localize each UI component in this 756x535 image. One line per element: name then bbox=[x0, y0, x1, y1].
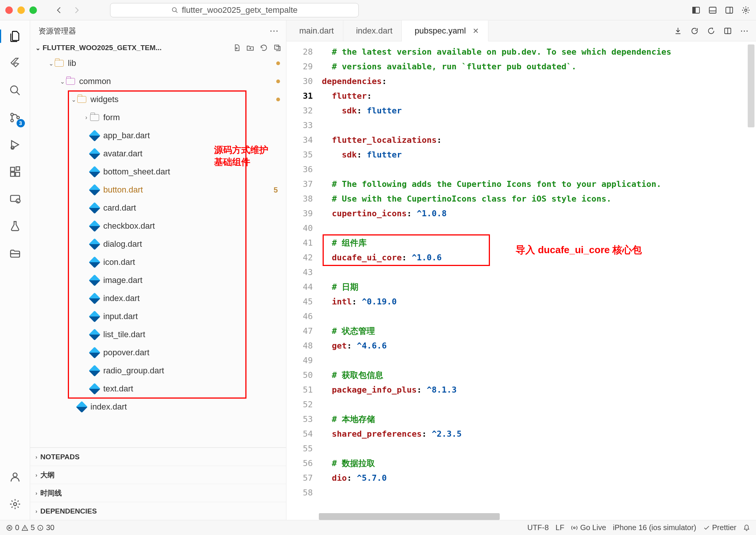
nav-forward-button[interactable] bbox=[70, 4, 83, 17]
folder-icon bbox=[90, 113, 99, 122]
titlebar: flutter_woo2025_getx_tempalte bbox=[0, 0, 756, 20]
chevron-down-icon: ⌄ bbox=[70, 96, 77, 103]
folders-icon bbox=[9, 247, 21, 259]
svg-point-11 bbox=[17, 116, 19, 119]
tree-file[interactable]: app_bar.dart bbox=[30, 127, 286, 145]
status-golive[interactable]: Go Live bbox=[571, 523, 606, 532]
tree-file[interactable]: index.dart bbox=[30, 289, 286, 307]
tree-label: card.dart bbox=[103, 203, 136, 213]
settings-activity[interactable] bbox=[7, 496, 23, 512]
gear-icon bbox=[9, 498, 21, 510]
search-activity[interactable] bbox=[7, 82, 23, 99]
collapse-all-icon[interactable] bbox=[273, 44, 282, 52]
status-eol[interactable]: LF bbox=[556, 523, 564, 532]
section-outline[interactable]: ›大纲 bbox=[30, 466, 286, 484]
tree-label: form bbox=[103, 113, 120, 122]
status-encoding[interactable]: UTF-8 bbox=[527, 523, 549, 532]
tree-label: bottom_sheet.dart bbox=[103, 167, 170, 177]
status-eol-label: LF bbox=[556, 523, 564, 532]
tree-file[interactable]: image.dart bbox=[30, 271, 286, 289]
sidebar-more-button[interactable]: ⋯ bbox=[269, 26, 279, 36]
tab-index-dart[interactable]: index.dart bbox=[343, 20, 402, 41]
code-editor[interactable]: 2829303132333435363738394041424344454647… bbox=[286, 41, 756, 520]
scm-activity[interactable]: 3 bbox=[7, 109, 23, 126]
svg-point-7 bbox=[745, 9, 747, 11]
tree-label: image.dart bbox=[103, 275, 142, 285]
section-notepads[interactable]: ›NOTEPADS bbox=[30, 448, 286, 466]
tree-file[interactable]: icon.dart bbox=[30, 253, 286, 271]
tree-file[interactable]: card.dart bbox=[30, 199, 286, 217]
section-dependencies[interactable]: ›DEPENDENCIES bbox=[30, 502, 286, 520]
refresh-icon[interactable] bbox=[690, 27, 699, 35]
remote-activity[interactable] bbox=[7, 191, 23, 207]
dart-file-icon bbox=[90, 221, 99, 231]
dart-file-icon bbox=[90, 366, 99, 376]
svg-point-8 bbox=[11, 86, 18, 93]
dart-file-icon bbox=[90, 384, 99, 394]
nav-back-button[interactable] bbox=[53, 4, 66, 17]
status-problems[interactable]: 0 5 30 bbox=[6, 523, 55, 532]
tree-file[interactable]: dialog.dart bbox=[30, 235, 286, 253]
refresh-icon[interactable] bbox=[260, 44, 268, 52]
tree-folder-lib[interactable]: ⌄ lib bbox=[30, 54, 286, 72]
accounts-activity[interactable] bbox=[7, 469, 23, 485]
chevron-down-icon: ⌄ bbox=[59, 78, 66, 85]
panel-left-icon[interactable] bbox=[691, 5, 701, 15]
tree-file[interactable]: checkbox.dart bbox=[30, 217, 286, 235]
new-file-icon[interactable] bbox=[233, 44, 241, 52]
tree-file[interactable]: input.dart bbox=[30, 307, 286, 326]
extensions-activity[interactable] bbox=[7, 164, 23, 180]
tree-folder-common[interactable]: ⌄ common bbox=[30, 72, 286, 90]
testing-activity[interactable] bbox=[7, 218, 23, 234]
project-name: FLUTTER_WOO2025_GETX_TEM... bbox=[43, 44, 162, 52]
tree-file[interactable]: avatar.dart bbox=[30, 145, 286, 163]
chevron-right-icon: › bbox=[83, 114, 90, 121]
code-content[interactable]: # the latest version available on pub.de… bbox=[319, 41, 756, 520]
more-icon[interactable]: ⋯ bbox=[740, 26, 748, 36]
explorer-activity[interactable] bbox=[7, 28, 23, 44]
customize-layout-icon[interactable] bbox=[741, 5, 751, 15]
run-debug-activity[interactable] bbox=[7, 136, 23, 153]
close-window-button[interactable] bbox=[5, 6, 13, 14]
tree-label: checkbox.dart bbox=[103, 221, 155, 231]
panel-right-icon[interactable] bbox=[724, 5, 734, 15]
tree-file[interactable]: radio_group.dart bbox=[30, 362, 286, 380]
tree-file[interactable]: button.dart5 bbox=[30, 181, 286, 199]
minimize-window-button[interactable] bbox=[17, 6, 25, 14]
tree-file[interactable]: list_tile.dart bbox=[30, 326, 286, 344]
new-folder-icon[interactable] bbox=[246, 44, 254, 52]
dart-file-icon bbox=[90, 185, 99, 195]
tree-folder-form[interactable]: › form bbox=[30, 109, 286, 127]
split-editor-icon[interactable] bbox=[724, 27, 732, 35]
flutter-activity[interactable] bbox=[7, 55, 23, 72]
status-notifications[interactable] bbox=[743, 524, 750, 531]
tree-folder-widgets[interactable]: ⌄ widgets bbox=[30, 90, 286, 109]
svg-point-0 bbox=[172, 8, 176, 12]
tree-file-index-common[interactable]: index.dart bbox=[30, 398, 286, 416]
minimap-scrollbar[interactable] bbox=[748, 44, 754, 127]
status-bar: 0 5 30 UTF-8 LF Go Live iPhone 16 (ios s… bbox=[0, 520, 756, 535]
project-header[interactable]: ⌄ FLUTTER_WOO2025_GETX_TEM... bbox=[30, 41, 286, 54]
files-icon bbox=[9, 30, 21, 43]
file-tree: ⌄ lib ⌄ common ⌄ widgets › form bbox=[30, 54, 286, 447]
account-icon bbox=[9, 471, 21, 483]
tab-main-dart[interactable]: main.dart bbox=[286, 20, 343, 41]
section-timeline[interactable]: ›时间线 bbox=[30, 484, 286, 502]
download-icon[interactable] bbox=[674, 27, 682, 35]
zoom-window-button[interactable] bbox=[29, 6, 37, 14]
run-icon[interactable] bbox=[707, 27, 715, 35]
svg-point-26 bbox=[574, 527, 575, 529]
status-prettier[interactable]: Prettier bbox=[703, 523, 736, 532]
folders-activity[interactable] bbox=[7, 245, 23, 261]
tab-pubspec-yaml[interactable]: pubspec.yaml ✕ bbox=[402, 20, 488, 41]
tree-label: index.dart bbox=[90, 402, 127, 412]
command-center[interactable]: flutter_woo2025_getx_tempalte bbox=[110, 3, 359, 17]
dart-file-icon bbox=[90, 131, 99, 141]
close-icon[interactable]: ✕ bbox=[473, 26, 479, 35]
status-device[interactable]: iPhone 16 (ios simulator) bbox=[613, 523, 696, 532]
tree-file[interactable]: bottom_sheet.dart bbox=[30, 163, 286, 181]
tree-file[interactable]: popover.dart bbox=[30, 344, 286, 362]
horizontal-scrollbar[interactable] bbox=[319, 513, 500, 520]
tree-file[interactable]: text.dart bbox=[30, 380, 286, 398]
panel-bottom-icon[interactable] bbox=[708, 5, 718, 15]
